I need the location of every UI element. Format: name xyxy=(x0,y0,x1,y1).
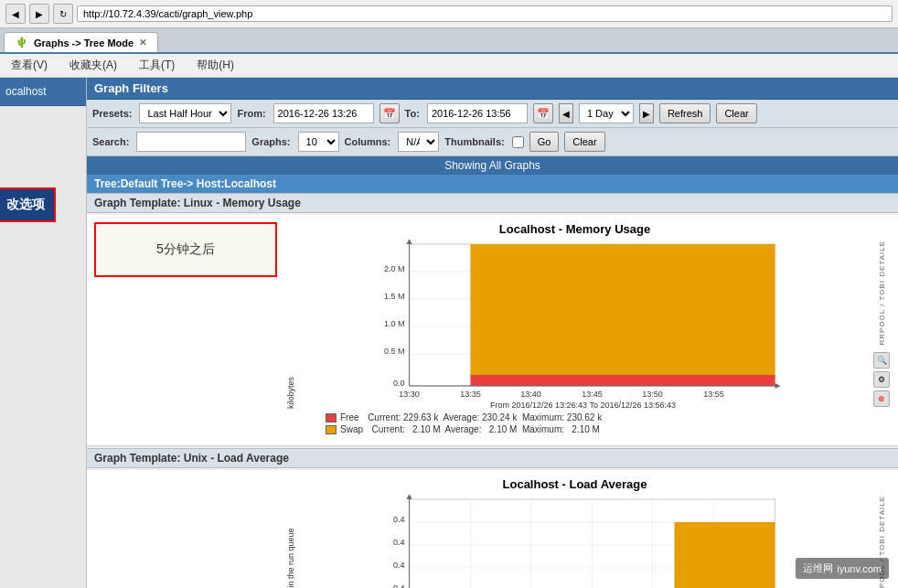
sidebar-item-localhost[interactable]: ocalhost xyxy=(0,78,86,106)
to-input[interactable] xyxy=(427,103,528,123)
svg-text:0.4: 0.4 xyxy=(393,515,405,524)
search-label: Search: xyxy=(92,136,129,147)
menu-help[interactable]: 帮助(H) xyxy=(189,56,241,75)
graphs-label: Graphs: xyxy=(251,136,290,147)
calendar-from-btn[interactable]: 📅 xyxy=(380,103,400,123)
columns-label: Columns: xyxy=(345,136,391,147)
svg-text:13:40: 13:40 xyxy=(520,390,541,399)
svg-rect-11 xyxy=(471,375,775,386)
menu-bar: 查看(V) 收藏夹(A) 工具(T) 帮助(H) xyxy=(0,54,898,78)
graph-2-left xyxy=(94,477,277,588)
address-input[interactable] xyxy=(77,5,893,22)
go-button[interactable]: Go xyxy=(529,132,560,152)
filter-row-2: Search: Graphs: 10 Columns: N/A Thumbnai… xyxy=(87,128,898,156)
svg-text:0.4: 0.4 xyxy=(393,538,405,547)
graph-1-title: Localhost - Memory Usage xyxy=(284,222,865,236)
link-icon-1[interactable]: ⊗ xyxy=(873,390,890,407)
watermark: 运维网 iyunv.com xyxy=(796,558,889,579)
graph-1-legend: Free Current: 229.63 k Average: 230.24 k… xyxy=(326,409,865,438)
from-label: From: xyxy=(237,108,265,119)
day-select[interactable]: 1 Day xyxy=(579,103,634,123)
graph-1-y-label: kilobytes xyxy=(286,240,295,409)
back-btn[interactable]: ◀ xyxy=(5,4,26,24)
svg-text:From 2016/12/26 13:26:43 To 20: From 2016/12/26 13:26:43 To 2016/12/26 1… xyxy=(490,401,676,409)
refresh-btn[interactable]: ↻ xyxy=(53,4,73,24)
breadcrumb: Tree:Default Tree-> Host:Localhost xyxy=(87,175,898,193)
svg-marker-42 xyxy=(407,495,412,499)
tab-bar: 🌵 Graphs -> Tree Mode ✕ xyxy=(0,28,898,54)
graph-filters-header: Graph Filters xyxy=(87,78,898,100)
active-tab[interactable]: 🌵 Graphs -> Tree Mode ✕ xyxy=(4,32,158,52)
graph-template-2-header: Graph Template: Unix - Load Average xyxy=(87,448,898,468)
zoom-icon-1[interactable]: 🔍 xyxy=(873,352,890,369)
svg-text:2.0 M: 2.0 M xyxy=(384,264,405,273)
graph-2-container: Localhost - Load Average processes in th… xyxy=(87,470,898,588)
svg-text:1.5 M: 1.5 M xyxy=(384,292,405,301)
nav-left-btn[interactable]: ◀ xyxy=(559,103,573,123)
svg-text:0.0: 0.0 xyxy=(393,379,405,388)
browser-chrome: ◀ ▶ ↻ 🌵 Graphs -> Tree Mode ✕ xyxy=(0,0,898,54)
graph-1-main: Localhost - Memory Usage kilobytes xyxy=(284,222,865,438)
tab-close[interactable]: ✕ xyxy=(139,37,146,48)
settings-icon-1[interactable]: ⚙ xyxy=(873,371,890,388)
svg-text:13:35: 13:35 xyxy=(460,390,481,399)
address-bar: ◀ ▶ ↻ xyxy=(0,0,898,28)
presets-select[interactable]: Last Half Hour xyxy=(139,103,231,123)
graph-2-y-label: processes in the run queue xyxy=(286,495,295,588)
to-label: To: xyxy=(405,108,420,119)
nav-right-btn[interactable]: ▶ xyxy=(639,103,654,123)
graphs-select[interactable]: 10 xyxy=(298,132,339,152)
tab-title: Graphs -> Tree Mode xyxy=(34,37,134,48)
thumbnails-label: Thumbnails: xyxy=(444,136,504,147)
graph-1-annotation: 5分钟之后 xyxy=(94,222,277,277)
menu-favorites[interactable]: 收藏夹(A) xyxy=(62,56,124,75)
svg-text:0.4: 0.4 xyxy=(393,583,405,588)
graph-1-chart: 2.0 M 1.5 M 1.0 M 0.5 M 0.0 13:30 13:35 … xyxy=(301,240,865,409)
graph-1-icons: RRPOOL / TOBI DETAILE 🔍 ⚙ ⊗ xyxy=(872,222,891,438)
svg-rect-10 xyxy=(471,244,775,380)
presets-label: Presets: xyxy=(92,108,132,119)
forward-btn[interactable]: ▶ xyxy=(29,4,49,24)
graph-2-chart: 0.4 0.4 0.4 0.4 0.0 xyxy=(301,495,865,588)
calendar-to-btn[interactable]: 📅 xyxy=(533,103,553,123)
graph-1-left: 5分钟之后 xyxy=(94,222,277,438)
graph-1-container: 5分钟之后 Localhost - Memory Usage kilobytes xyxy=(87,215,898,446)
menu-view[interactable]: 查看(V) xyxy=(4,56,55,75)
clear2-button[interactable]: Clear xyxy=(564,132,604,152)
svg-text:0.4: 0.4 xyxy=(393,561,405,570)
graph-2-main: Localhost - Load Average processes in th… xyxy=(284,477,865,588)
refresh-button[interactable]: Refresh xyxy=(659,103,711,123)
svg-text:0.5 M: 0.5 M xyxy=(384,347,405,356)
svg-text:13:30: 13:30 xyxy=(399,390,420,399)
status-bar: Showing All Graphs xyxy=(87,156,898,175)
sidebar-annotation[interactable]: 改选项 xyxy=(0,187,56,222)
columns-select[interactable]: N/A xyxy=(398,132,439,152)
svg-text:13:45: 13:45 xyxy=(582,390,603,399)
watermark-text: 运维网 xyxy=(803,561,833,575)
svg-rect-38 xyxy=(675,522,775,588)
main-container: ocalhost 改选项 Graph Filters Presets: Last… xyxy=(0,78,898,588)
watermark-subtext: iyunv.com xyxy=(837,563,882,574)
search-input[interactable] xyxy=(136,132,246,152)
svg-text:13:55: 13:55 xyxy=(703,390,724,399)
side-label-1: RRPOOL / TOBI DETAILE xyxy=(878,241,886,346)
sidebar: ocalhost 改选项 xyxy=(0,78,87,588)
graph-2-title: Localhost - Load Average xyxy=(284,477,865,491)
graph-template-1-header: Graph Template: Linux - Memory Usage xyxy=(87,193,898,213)
thumbnails-checkbox[interactable] xyxy=(512,136,524,148)
content-area: Graph Filters Presets: Last Half Hour Fr… xyxy=(87,78,898,588)
svg-text:1.0 M: 1.0 M xyxy=(384,319,405,328)
tab-icon: 🌵 xyxy=(16,37,28,48)
filter-row-1: Presets: Last Half Hour From: 📅 To: 📅 ◀ … xyxy=(87,100,898,128)
from-input[interactable] xyxy=(273,103,374,123)
svg-marker-14 xyxy=(775,383,781,389)
svg-text:13:50: 13:50 xyxy=(642,390,663,399)
menu-tools[interactable]: 工具(T) xyxy=(132,56,182,75)
svg-marker-15 xyxy=(407,240,412,244)
clear-button[interactable]: Clear xyxy=(716,103,756,123)
